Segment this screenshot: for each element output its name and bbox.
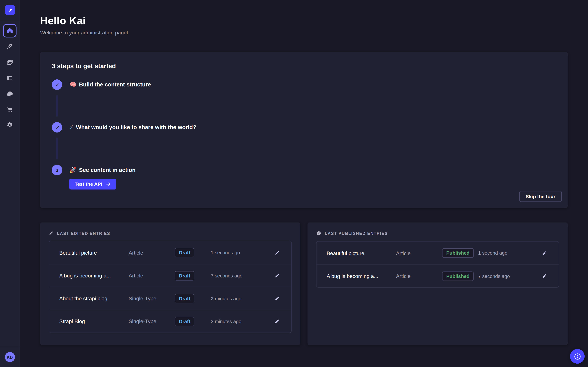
entry-time: 7 seconds ago: [211, 273, 268, 278]
sidebar-nav: [3, 20, 17, 132]
last-edited-table: Beautiful picture Article Draft 1 second…: [49, 241, 292, 333]
step-build-content-structure: 🧠Build the content structure: [52, 79, 562, 90]
entry-type: Article: [129, 273, 175, 279]
edit-entry-button[interactable]: [273, 248, 281, 257]
last-published-title: LAST PUBLISHED ENTRIES: [325, 231, 388, 236]
arrow-right-icon: [106, 181, 111, 187]
edit-entry-button[interactable]: [273, 272, 281, 280]
last-edited-title: LAST EDITED ENTRIES: [57, 231, 110, 235]
table-row: Beautiful picture Article Draft 1 second…: [49, 241, 291, 264]
step-label: 🚀See content in action: [69, 167, 136, 173]
step-connector: [57, 95, 58, 117]
gear-icon: [6, 121, 14, 129]
entry-type: Article: [129, 250, 175, 256]
entry-time: 2 minutes ago: [211, 318, 268, 324]
edit-entry-button[interactable]: [273, 294, 281, 303]
step-done-indicator: [52, 122, 62, 133]
cloud-icon: [6, 90, 14, 98]
status-badge: Draft: [175, 271, 194, 280]
entry-time: 2 minutes ago: [211, 296, 268, 301]
strapi-logo-icon: [7, 7, 13, 13]
cart-icon: [6, 106, 14, 113]
status-badge: Draft: [175, 317, 194, 326]
cta-row: Test the API: [69, 179, 562, 190]
entry-name: Beautiful picture: [59, 250, 129, 256]
onboarding-steps: 🧠Build the content structure ⚡What would…: [52, 79, 562, 175]
entry-name: About the strapi blog: [59, 295, 129, 301]
question-mark-icon: ?: [573, 352, 581, 360]
check-icon: [54, 125, 60, 130]
last-edited-card: LAST EDITED ENTRIES Beautiful picture Ar…: [40, 223, 300, 345]
pencil-icon: [275, 273, 280, 278]
edit-entry-button[interactable]: [540, 272, 549, 280]
pencil-icon: [49, 231, 53, 235]
pencil-icon: [542, 273, 547, 279]
sidebar: KD: [0, 0, 20, 367]
pencil-icon: [542, 250, 547, 256]
pencil-icon: [275, 250, 280, 255]
brain-emoji: 🧠: [69, 81, 77, 88]
rocket-emoji: 🚀: [69, 167, 77, 173]
entries-cards-row: LAST EDITED ENTRIES Beautiful picture Ar…: [40, 223, 568, 345]
pencil-icon: [275, 296, 280, 301]
svg-text:?: ?: [576, 354, 578, 359]
help-button[interactable]: ?: [570, 349, 585, 364]
step-label: ⚡What would you like to share with the w…: [69, 124, 196, 131]
entry-name: A bug is becoming a...: [59, 273, 129, 279]
table-row: Beautiful picture Article Published 1 se…: [317, 242, 559, 264]
test-api-button[interactable]: Test the API: [69, 179, 116, 190]
strapi-logo[interactable]: [5, 5, 15, 15]
page-subtitle: Welcome to your administration panel: [40, 30, 568, 35]
step-label: 🧠Build the content structure: [69, 81, 151, 88]
sidebar-item-deploy[interactable]: [3, 87, 17, 100]
sidebar-item-settings[interactable]: [3, 118, 17, 132]
feather-icon: [6, 43, 14, 50]
last-published-table: Beautiful picture Article Published 1 se…: [316, 241, 559, 288]
home-icon: [6, 27, 14, 34]
lightning-emoji: ⚡: [69, 124, 73, 130]
onboarding-title: 3 steps to get started: [52, 62, 562, 70]
entry-time: 7 seconds ago: [478, 273, 535, 279]
sidebar-item-content-type-builder[interactable]: [3, 40, 17, 53]
entry-time: 1 second ago: [478, 250, 535, 256]
step-see-content-in-action: 3 🚀See content in action: [52, 165, 562, 175]
sidebar-divider: [0, 347, 20, 347]
step-done-indicator: [52, 79, 62, 90]
pencil-icon: [275, 319, 280, 324]
last-edited-header: LAST EDITED ENTRIES: [49, 231, 292, 235]
step-number-indicator: 3: [52, 165, 62, 175]
skip-tour-button[interactable]: Skip the tour: [519, 191, 562, 202]
entry-name: Strapi Blog: [59, 318, 129, 325]
step-connector: [57, 138, 58, 159]
content-manager-icon: [6, 74, 14, 82]
check-circle-icon: [316, 231, 321, 236]
table-row: About the strapi blog Single-Type Draft …: [49, 287, 291, 310]
entry-type: Single-Type: [129, 295, 175, 301]
sidebar-item-marketplace[interactable]: [3, 103, 17, 116]
skip-row: Skip the tour: [52, 191, 562, 202]
check-icon: [54, 82, 60, 87]
media-library-icon: [6, 58, 14, 66]
main-content: Hello Kai Welcome to your administration…: [20, 0, 588, 367]
entry-name: Beautiful picture: [327, 250, 396, 256]
last-published-card: LAST PUBLISHED ENTRIES Beautiful picture…: [308, 223, 568, 345]
sidebar-item-content-manager[interactable]: [3, 71, 17, 85]
edit-entry-button[interactable]: [273, 317, 281, 325]
entry-type: Article: [396, 250, 442, 256]
table-row: A bug is becoming a... Article Published…: [317, 264, 559, 287]
entry-type: Single-Type: [129, 318, 175, 325]
table-row: A bug is becoming a... Article Draft 7 s…: [49, 264, 291, 287]
status-badge: Draft: [175, 294, 194, 303]
entry-name: A bug is becoming a...: [327, 273, 396, 279]
sidebar-item-home[interactable]: [3, 24, 17, 38]
step-share-with-world: ⚡What would you like to share with the w…: [52, 122, 562, 133]
sidebar-bottom: KD: [0, 347, 20, 367]
table-row: Strapi Blog Single-Type Draft 2 minutes …: [49, 310, 291, 333]
status-badge: Published: [442, 248, 474, 258]
user-avatar[interactable]: KD: [5, 352, 15, 362]
page-title: Hello Kai: [40, 15, 568, 27]
sidebar-item-media-library[interactable]: [3, 55, 17, 69]
entry-type: Article: [396, 273, 442, 279]
edit-entry-button[interactable]: [540, 249, 549, 257]
admin-panel: KD Hello Kai Welcome to your administrat…: [0, 0, 588, 367]
